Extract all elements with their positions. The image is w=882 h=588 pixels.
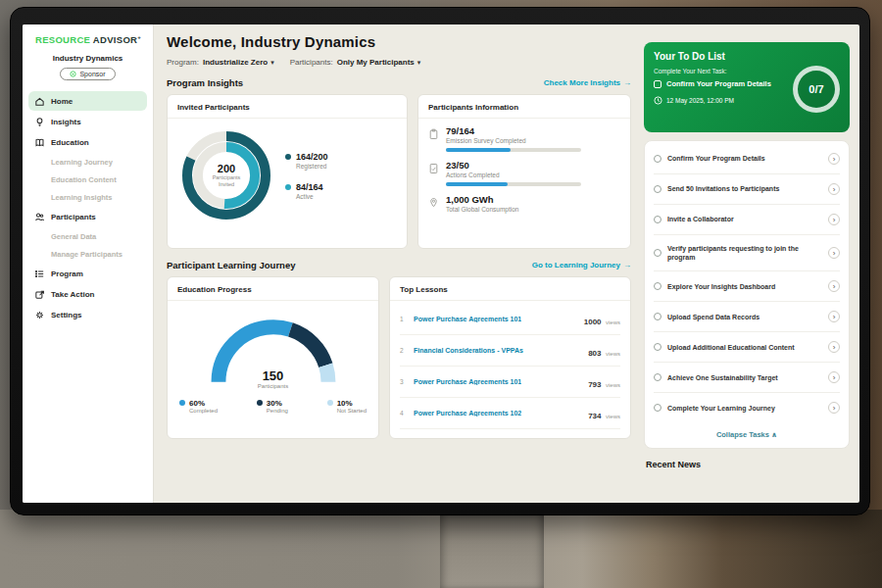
task-explore-insights[interactable]: Explore Your Insights Dashboard › bbox=[654, 271, 840, 302]
participants-information-card: Participants Information 79/164 Emission… bbox=[417, 94, 631, 249]
education-gauge-chart: 150 Participants bbox=[200, 309, 347, 391]
lesson-link[interactable]: Power Purchase Agreements 101 bbox=[414, 378, 521, 385]
sidebar-item-label: Participants bbox=[51, 213, 96, 221]
org-name: Industry Dynamics bbox=[23, 54, 153, 63]
sidebar-item-home[interactable]: Home bbox=[28, 91, 147, 111]
sidebar-item-take-action[interactable]: Take Action bbox=[28, 284, 147, 304]
arrow-right-icon: → bbox=[623, 261, 631, 270]
sidebar-item-general-data[interactable]: General Data bbox=[23, 227, 153, 245]
logo-resource: RESOURCE bbox=[35, 34, 90, 45]
invited-legend: 164/200 Registered 84/164 Active bbox=[285, 152, 328, 200]
participants-filter-label: Participants: bbox=[290, 58, 333, 67]
lesson-rank: 4 bbox=[400, 410, 407, 416]
todo-title: Your To Do List bbox=[654, 51, 840, 62]
clipboard-icon bbox=[428, 126, 439, 138]
progress-bar bbox=[446, 182, 581, 186]
sidebar-item-settings[interactable]: Settings bbox=[28, 305, 147, 324]
task-upload-spend-data[interactable]: Upload Spend Data Records › bbox=[654, 302, 840, 332]
chevron-right-icon[interactable]: › bbox=[828, 247, 840, 259]
sidebar-item-label: Home bbox=[51, 97, 73, 106]
monitor-stand bbox=[440, 515, 544, 588]
progress-bar-fill bbox=[446, 182, 508, 186]
sidebar-item-education-content[interactable]: Education Content bbox=[23, 171, 153, 188]
donut-center-label: Participants Invited bbox=[207, 174, 246, 188]
sidebar-item-learning-insights[interactable]: Learning Insights bbox=[23, 188, 153, 206]
legend-item-registered: 164/200 Registered bbox=[285, 152, 328, 170]
task-confirm-program-details[interactable]: Confirm Your Program Details › bbox=[654, 144, 840, 174]
sidebar-item-label: Settings bbox=[51, 311, 82, 319]
education-legend: 60% Completed 30% Pending bbox=[168, 393, 378, 414]
metric-label: Total Global Consumption bbox=[446, 206, 518, 213]
sponsor-badge-label: Sponsor bbox=[79, 71, 105, 77]
section-title: Program Insights bbox=[167, 77, 243, 88]
lesson-link[interactable]: Financial Considerations - VPPAs bbox=[414, 347, 523, 354]
task-label: Invite a Collaborator bbox=[667, 215, 734, 223]
lesson-link[interactable]: Power Purchase Agreements 101 bbox=[414, 316, 521, 322]
recent-news-title: Recent News bbox=[644, 460, 850, 469]
task-complete-learning-journey[interactable]: Complete Your Learning Journey › bbox=[654, 393, 840, 422]
task-label: Complete Your Learning Journey bbox=[667, 404, 775, 413]
task-invite-collaborator[interactable]: Invite a Collaborator › bbox=[654, 205, 840, 235]
program-filter-label: Program: bbox=[167, 58, 199, 67]
top-lessons-card: Top Lessons 1 Power Purchase Agreements … bbox=[389, 276, 631, 439]
card-title: Top Lessons bbox=[390, 277, 630, 301]
participants-filter-dropdown[interactable]: Only My Participants ▾ bbox=[337, 58, 421, 67]
chevron-right-icon[interactable]: › bbox=[828, 183, 840, 195]
legend-value: 164/200 bbox=[296, 152, 328, 162]
task-upload-educational-content[interactable]: Upload Additional Educational Content › bbox=[654, 332, 840, 363]
sidebar-item-education[interactable]: Education bbox=[28, 132, 147, 152]
views-count: 1000 bbox=[584, 318, 602, 326]
legend-value: 84/164 bbox=[296, 182, 323, 192]
sidebar-item-insights[interactable]: Insights bbox=[28, 112, 147, 131]
checkbox[interactable] bbox=[654, 185, 662, 193]
checkbox[interactable] bbox=[654, 155, 662, 163]
chevron-down-icon: ▾ bbox=[270, 59, 274, 67]
lesson-rank: 3 bbox=[400, 378, 407, 385]
participants-filter-value: Only My Participants bbox=[337, 58, 415, 67]
todo-next-task: Confirm Your Program Details bbox=[654, 79, 783, 89]
education-progress-card: Education Progress 150 Participants bbox=[167, 276, 379, 439]
todo-summary-card: Your To Do List Complete Your Next Task:… bbox=[644, 42, 850, 132]
book-icon bbox=[34, 137, 45, 148]
list-icon bbox=[34, 269, 45, 279]
task-verify-participants[interactable]: Verify participants requesting to join t… bbox=[654, 235, 840, 271]
chevron-right-icon[interactable]: › bbox=[828, 153, 840, 165]
chevron-right-icon[interactable]: › bbox=[828, 341, 840, 353]
task-send-invitations[interactable]: Send 50 Invitations to Participants › bbox=[654, 174, 840, 205]
go-to-learning-journey-link[interactable]: Go to Learning Journey → bbox=[532, 261, 631, 270]
check-more-insights-link[interactable]: Check More Insights → bbox=[544, 78, 631, 87]
chevron-right-icon[interactable]: › bbox=[828, 311, 840, 322]
sidebar-nav: Home Insights Education Learning Journey… bbox=[23, 91, 153, 324]
chevron-right-icon[interactable]: › bbox=[828, 214, 840, 225]
gauge-center-value: 150 bbox=[200, 368, 347, 383]
sidebar-item-program[interactable]: Program bbox=[28, 264, 147, 283]
active-dot-icon bbox=[285, 184, 291, 190]
chevron-right-icon[interactable]: › bbox=[828, 371, 840, 383]
list-item: 2 Financial Considerations - VPPAs 803 v… bbox=[400, 335, 620, 367]
list-item: 1 Power Purchase Agreements 101 1000 vie… bbox=[400, 304, 620, 335]
sidebar-item-learning-journey[interactable]: Learning Journey bbox=[23, 153, 153, 171]
sidebar-item-manage-participants[interactable]: Manage Participants bbox=[23, 245, 153, 263]
checkbox[interactable] bbox=[654, 313, 662, 320]
checkbox[interactable] bbox=[654, 404, 662, 412]
chevron-right-icon[interactable]: › bbox=[828, 280, 840, 292]
checkbox[interactable] bbox=[654, 373, 662, 381]
lesson-link[interactable]: Power Purchase Agreements 102 bbox=[414, 410, 521, 416]
checkbox[interactable] bbox=[654, 249, 662, 257]
chevron-right-icon[interactable]: › bbox=[828, 402, 840, 414]
legend-pct: 30% bbox=[267, 399, 288, 408]
checkbox[interactable] bbox=[654, 343, 662, 351]
lesson-views: 803 views bbox=[588, 342, 620, 360]
checkbox[interactable] bbox=[654, 80, 662, 88]
task-achieve-sustainability-target[interactable]: Achieve One Sustainability Target › bbox=[654, 363, 840, 393]
arrow-right-icon: → bbox=[623, 78, 631, 87]
emission-survey-row: 79/164 Emission Survey Completed bbox=[428, 125, 620, 152]
sidebar-item-participants[interactable]: Participants bbox=[28, 207, 147, 226]
invited-participants-card: Invited Participants 200 bbox=[167, 94, 408, 249]
checkbox[interactable] bbox=[654, 216, 662, 223]
program-filter-dropdown[interactable]: Industrialize Zero ▾ bbox=[203, 58, 274, 67]
checklist-icon bbox=[428, 161, 439, 172]
collapse-tasks-link[interactable]: Collapse Tasks ∧ bbox=[654, 422, 840, 446]
checkbox[interactable] bbox=[654, 282, 662, 290]
legend-label: Registered bbox=[296, 163, 328, 170]
